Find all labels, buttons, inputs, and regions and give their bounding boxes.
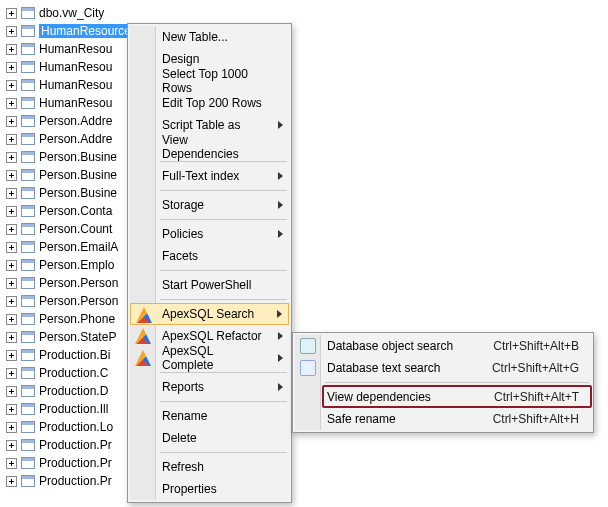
expand-icon[interactable]: [6, 422, 17, 433]
expand-icon[interactable]: [6, 8, 17, 19]
submenu-item-shortcut: Ctrl+Shift+Alt+T: [494, 390, 579, 404]
expand-icon[interactable]: [6, 224, 17, 235]
tree-item[interactable]: HumanResou: [6, 40, 608, 58]
menu-policies[interactable]: Policies: [130, 223, 289, 245]
tree-item[interactable]: Person.Person: [6, 274, 608, 292]
submenu-item[interactable]: Safe renameCtrl+Shift+Alt+H: [295, 408, 591, 430]
table-icon: [21, 475, 35, 487]
expand-icon[interactable]: [6, 314, 17, 325]
expand-icon[interactable]: [6, 278, 17, 289]
menu-select-1000[interactable]: Select Top 1000 Rows: [130, 70, 289, 92]
expand-icon[interactable]: [6, 152, 17, 163]
tree-item-label: Person.Addre: [39, 114, 112, 128]
submenu-item-label: Database text search: [327, 361, 440, 375]
tree-item[interactable]: Person.Emplo: [6, 256, 608, 274]
apexsql-icon: [135, 328, 151, 344]
tree-item[interactable]: Person.Busine: [6, 148, 608, 166]
submenu-item-label: Safe rename: [327, 412, 396, 426]
menu-rename[interactable]: Rename: [130, 405, 289, 427]
menu-apexsql-complete[interactable]: ApexSQL Complete: [130, 347, 289, 369]
tree-item[interactable]: Production.Pr: [6, 472, 608, 490]
expand-icon[interactable]: [6, 440, 17, 451]
expand-icon[interactable]: [6, 332, 17, 343]
tree-item[interactable]: Person.Addre: [6, 130, 608, 148]
tree-item[interactable]: Person.Count: [6, 220, 608, 238]
tree-item[interactable]: Production.Pr: [6, 436, 608, 454]
tree-item[interactable]: Production.Pr: [6, 454, 608, 472]
expand-icon[interactable]: [6, 458, 17, 469]
tree-item-label: Person.Conta: [39, 204, 112, 218]
tree-item-label: Person.Addre: [39, 132, 112, 146]
tree-item-label: Production.Pr: [39, 456, 112, 470]
tree-item-label: Production.Bi: [39, 348, 110, 362]
expand-icon[interactable]: [6, 98, 17, 109]
tree-item[interactable]: Person.Phone: [6, 310, 608, 328]
expand-icon[interactable]: [6, 116, 17, 127]
table-icon: [21, 223, 35, 235]
tree-item[interactable]: HumanResou: [6, 94, 608, 112]
submenu-item[interactable]: View dependenciesCtrl+Shift+Alt+T: [295, 386, 591, 408]
menu-reports[interactable]: Reports: [130, 376, 289, 398]
expand-icon[interactable]: [6, 170, 17, 181]
expand-icon[interactable]: [6, 80, 17, 91]
context-menu: New Table... Design Select Top 1000 Rows…: [127, 23, 292, 503]
table-icon: [21, 25, 35, 37]
tree-item[interactable]: Person.Busine: [6, 184, 608, 202]
tree-item[interactable]: Person.Person: [6, 292, 608, 310]
expand-icon[interactable]: [6, 188, 17, 199]
menu-view-dependencies[interactable]: View Dependencies: [130, 136, 289, 158]
tree-item[interactable]: Person.EmailA: [6, 238, 608, 256]
table-icon: [21, 385, 35, 397]
menu-full-text-index[interactable]: Full-Text index: [130, 165, 289, 187]
tree-item[interactable]: Person.Busine: [6, 166, 608, 184]
tree-item[interactable]: HumanResources.Department: [6, 22, 608, 40]
tree-item[interactable]: dbo.vw_City: [6, 4, 608, 22]
menu-new-table[interactable]: New Table...: [130, 26, 289, 48]
table-icon: [21, 349, 35, 361]
submenu-item[interactable]: Database object searchCtrl+Shift+Alt+B: [295, 335, 591, 357]
menu-start-powershell[interactable]: Start PowerShell: [130, 274, 289, 296]
apexsql-icon: [136, 307, 152, 323]
expand-icon[interactable]: [6, 242, 17, 253]
expand-icon[interactable]: [6, 44, 17, 55]
expand-icon[interactable]: [6, 386, 17, 397]
tree-item[interactable]: HumanResou: [6, 58, 608, 76]
tree-item-label: dbo.vw_City: [39, 6, 104, 20]
object-search-icon: [300, 338, 316, 354]
submenu-item[interactable]: Database text searchCtrl+Shift+Alt+G: [295, 357, 591, 379]
tree-item[interactable]: Person.Addre: [6, 112, 608, 130]
menu-storage[interactable]: Storage: [130, 194, 289, 216]
expand-icon[interactable]: [6, 368, 17, 379]
expand-icon[interactable]: [6, 476, 17, 487]
expand-icon[interactable]: [6, 134, 17, 145]
menu-facets[interactable]: Facets: [130, 245, 289, 267]
submenu-item-shortcut: Ctrl+Shift+Alt+H: [493, 412, 579, 426]
tree-item-label: Production.Ill: [39, 402, 108, 416]
tree-item[interactable]: Person.Conta: [6, 202, 608, 220]
tree-item-label: Production.Lo: [39, 420, 113, 434]
table-icon: [21, 457, 35, 469]
menu-refresh[interactable]: Refresh: [130, 456, 289, 478]
expand-icon[interactable]: [6, 26, 17, 37]
table-icon: [21, 205, 35, 217]
expand-icon[interactable]: [6, 404, 17, 415]
table-icon: [21, 169, 35, 181]
expand-icon[interactable]: [6, 206, 17, 217]
menu-properties[interactable]: Properties: [130, 478, 289, 500]
tree-item[interactable]: HumanResou: [6, 76, 608, 94]
table-icon: [21, 151, 35, 163]
table-icon: [21, 79, 35, 91]
menu-edit-200[interactable]: Edit Top 200 Rows: [130, 92, 289, 114]
expand-icon[interactable]: [6, 296, 17, 307]
table-icon: [21, 241, 35, 253]
menu-apexsql-search[interactable]: ApexSQL Search: [130, 303, 289, 325]
expand-icon[interactable]: [6, 350, 17, 361]
tree-item-label: Person.Person: [39, 276, 118, 290]
menu-delete[interactable]: Delete: [130, 427, 289, 449]
tree-item-label: Person.Count: [39, 222, 112, 236]
table-icon: [21, 43, 35, 55]
table-icon: [21, 313, 35, 325]
expand-icon[interactable]: [6, 260, 17, 271]
submenu-apexsql-search: Database object searchCtrl+Shift+Alt+BDa…: [292, 332, 594, 433]
expand-icon[interactable]: [6, 62, 17, 73]
